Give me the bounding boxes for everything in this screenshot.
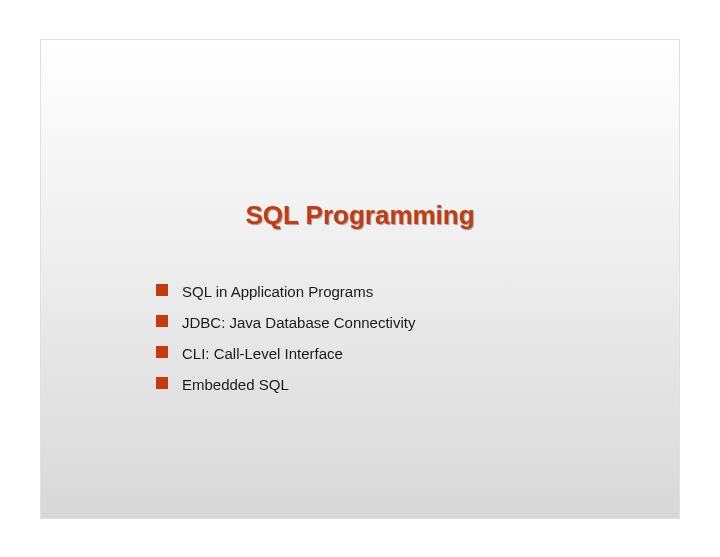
list-item: CLI: Call-Level Interface [156, 343, 679, 364]
list-item: Embedded SQL [156, 374, 679, 395]
slide-container: SQL Programming SQL in Application Progr… [40, 39, 680, 519]
list-item: SQL in Application Programs [156, 281, 679, 302]
bullet-list: SQL in Application Programs JDBC: Java D… [41, 281, 679, 395]
list-item: JDBC: Java Database Connectivity [156, 312, 679, 333]
slide-title: SQL Programming [41, 200, 679, 231]
